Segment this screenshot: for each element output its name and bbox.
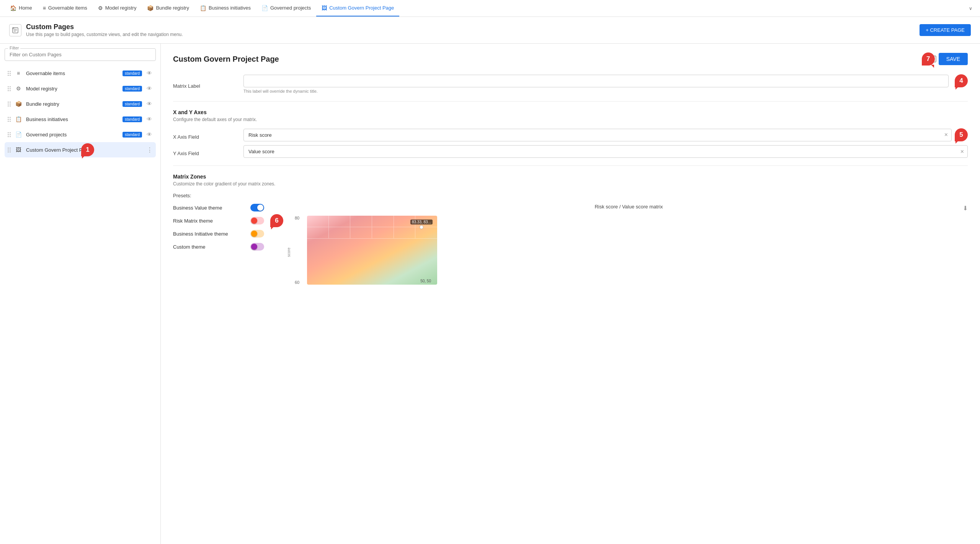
sidebar-item-governed-projects[interactable]: 📄 Governed projects standard 👁 xyxy=(5,127,156,142)
matrix-callout-wrap: 4 xyxy=(243,74,968,87)
matrix-chart: 83.33, 83... 50, 50 xyxy=(307,216,437,285)
sidebar-business-label: Business initiatives xyxy=(26,116,119,122)
custom-thumb xyxy=(251,244,257,250)
callout-4-label: 4 xyxy=(959,77,963,85)
custom-govern-list-icon: 🖼 xyxy=(15,146,22,154)
drag-handle xyxy=(8,117,11,122)
page-header: Custom Pages Use this page to build page… xyxy=(0,17,980,44)
x-axis-label-text: X Axis Field xyxy=(173,130,234,140)
sidebar-item-business-initiatives[interactable]: 📋 Business initiatives standard 👁 xyxy=(5,111,156,127)
chart-coord: 50, 50 xyxy=(420,279,431,283)
y-axis-input[interactable] xyxy=(243,145,968,158)
drag-handle xyxy=(8,147,11,152)
custom-toggle[interactable] xyxy=(250,243,264,251)
nav-business-label: Business initiatives xyxy=(209,5,251,11)
filter-box: Filter xyxy=(5,48,156,61)
custom-govern-more-icon[interactable]: ⋮ xyxy=(147,146,153,154)
model-visibility-icon[interactable]: 👁 xyxy=(146,85,153,92)
matrix-label-input[interactable] xyxy=(243,75,949,87)
business-initiative-toggle[interactable] xyxy=(250,230,264,238)
chart-y-label-80: 80 xyxy=(295,216,299,220)
governed-visibility-icon[interactable]: 👁 xyxy=(146,131,153,138)
y-axis-wrap: × xyxy=(243,145,968,158)
chart-dot-1 xyxy=(420,225,423,229)
sidebar-item-custom-govern[interactable]: 🖼 Custom Govern Project Page 1 ⋮ xyxy=(5,142,156,157)
matrix-label-control: 4 This label will override the dynamic t… xyxy=(243,74,968,93)
chart-area: Risk score / Value score matrix ⬇ 80 60 xyxy=(295,204,968,285)
page-header-info: Custom Pages Use this page to build page… xyxy=(26,23,183,37)
governed-badge: standard xyxy=(122,132,142,138)
sidebar-bundle-label: Bundle registry xyxy=(26,101,119,107)
main-title-row: Custom Govern Project Page 7 xyxy=(173,53,968,65)
x-axis-row: X Axis Field × 5 xyxy=(173,128,968,141)
governed-projects-list-icon: 📄 xyxy=(15,131,22,138)
drag-handle xyxy=(8,71,11,76)
filter-input[interactable] xyxy=(10,52,151,57)
filter-label: Filter xyxy=(8,46,20,50)
save-button[interactable]: 7 SAVE xyxy=(939,53,968,65)
sidebar-governable-label: Governable items xyxy=(26,70,119,76)
x-axis-input[interactable] xyxy=(243,129,952,141)
chart-download-icon[interactable]: ⬇ xyxy=(963,205,968,212)
business-value-thumb xyxy=(257,205,263,211)
sidebar-item-bundle-registry[interactable]: 📦 Bundle registry standard 👁 xyxy=(5,96,156,111)
sidebar-item-model-registry[interactable]: ⚙ Model registry standard 👁 xyxy=(5,81,156,96)
zones-title: Matrix Zones xyxy=(173,174,968,180)
home-icon: 🏠 xyxy=(10,5,16,11)
governable-items-list-icon: ≡ xyxy=(15,69,22,77)
sidebar-item-governable-items[interactable]: ≡ Governable items standard 👁 xyxy=(5,66,156,81)
governed-actions: 👁 xyxy=(146,131,153,138)
bundle-visibility-icon[interactable]: 👁 xyxy=(146,100,153,108)
nav-custom-label: Custom Govern Project Page xyxy=(329,5,394,11)
preset-risk-matrix-label: Risk Matrix theme xyxy=(173,218,246,224)
presets-row: Business Value theme Risk Matrix theme xyxy=(173,204,968,285)
custom-toggle-wrap xyxy=(250,243,264,251)
governable-actions: 👁 xyxy=(146,69,153,77)
drag-handle xyxy=(8,86,11,91)
nav-home-label: Home xyxy=(19,5,32,11)
business-initiatives-icon: 📋 xyxy=(200,5,206,11)
nav-governable-items[interactable]: ≡ Governable items xyxy=(38,0,93,16)
nav-custom-govern-page[interactable]: 🖼 Custom Govern Project Page xyxy=(316,0,399,16)
nav-chevron[interactable]: ∨ xyxy=(966,6,975,11)
zones-sub: Customize the color gradient of your mat… xyxy=(173,181,968,187)
nav-governed-projects[interactable]: 📄 Governed projects xyxy=(256,0,316,16)
nav-governable-label: Governable items xyxy=(48,5,87,11)
main-panel: Custom Govern Project Page 7 xyxy=(161,44,980,544)
y-axis-label-text: Y Axis Field xyxy=(173,147,234,156)
create-page-button[interactable]: + CREATE PAGE xyxy=(920,24,971,36)
bundle-registry-icon: 📦 xyxy=(147,5,154,11)
business-value-toggle[interactable] xyxy=(250,204,264,211)
sidebar: Filter ≡ Governable items standard 👁 ⚙ M… xyxy=(0,44,161,544)
presets-list: Business Value theme Risk Matrix theme xyxy=(173,204,264,285)
nav-model-registry[interactable]: ⚙ Model registry xyxy=(93,0,142,16)
callout-5-label: 5 xyxy=(959,131,963,139)
governable-visibility-icon[interactable]: 👁 xyxy=(146,69,153,77)
governable-badge: standard xyxy=(122,70,142,76)
callout-6-label: 6 xyxy=(275,217,278,224)
nav-bundle-registry[interactable]: 📦 Bundle registry xyxy=(142,0,194,16)
content-area: Filter ≡ Governable items standard 👁 ⚙ M… xyxy=(0,44,980,544)
risk-matrix-toggle[interactable] xyxy=(250,217,264,224)
business-actions: 👁 xyxy=(146,115,153,123)
business-initiative-thumb xyxy=(251,231,257,237)
matrix-label-hint: This label will override the dynamic tit… xyxy=(243,89,968,93)
drag-handle xyxy=(8,132,11,137)
nav-business-initiatives[interactable]: 📋 Business initiatives xyxy=(194,0,256,16)
chart-title: Risk score / Value score matrix xyxy=(295,204,963,210)
save-button-label: SAVE xyxy=(946,56,960,62)
preset-business-value: Business Value theme xyxy=(173,204,264,211)
sidebar-model-label: Model registry xyxy=(26,86,119,92)
y-axis-control: × xyxy=(243,145,968,158)
preset-custom: Custom theme xyxy=(173,243,264,251)
y-axis-clear-icon[interactable]: × xyxy=(960,148,964,155)
presets-label: Presets: xyxy=(173,193,968,198)
page-subtitle: Use this page to build pages, customize … xyxy=(26,32,183,37)
y-axis-row: Y Axis Field × xyxy=(173,145,968,158)
top-nav: 🏠 Home ≡ Governable items ⚙ Model regist… xyxy=(0,0,980,17)
sidebar-governed-label: Governed projects xyxy=(26,132,119,138)
x-axis-clear-icon[interactable]: × xyxy=(944,131,948,138)
nav-governed-label: Governed projects xyxy=(270,5,311,11)
nav-home[interactable]: 🏠 Home xyxy=(5,0,38,16)
business-visibility-icon[interactable]: 👁 xyxy=(146,115,153,123)
